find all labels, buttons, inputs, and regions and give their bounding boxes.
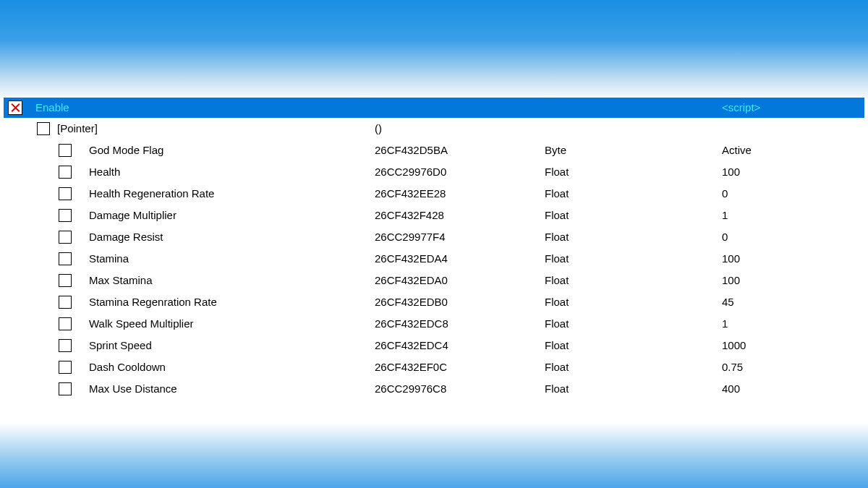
row-value[interactable]: 45 bbox=[722, 291, 864, 313]
row-address[interactable]: 26CF432EDA0 bbox=[375, 270, 545, 291]
table-row[interactable]: Damage Resist26CC29977F4Float0 bbox=[4, 226, 864, 248]
row-value[interactable]: 100 bbox=[722, 161, 864, 183]
pointer-label: [Pointer] bbox=[57, 118, 375, 140]
pointer-address[interactable]: () bbox=[375, 118, 545, 140]
row-description: Dash Cooldown bbox=[89, 356, 375, 378]
checkbox-row[interactable] bbox=[59, 166, 72, 179]
table-row[interactable]: Walk Speed Multiplier26CF432EDC8Float1 bbox=[4, 313, 864, 335]
table-row[interactable]: Dash Cooldown26CF432EF0CFloat0.75 bbox=[4, 356, 864, 378]
row-type[interactable]: Float bbox=[545, 161, 722, 183]
row-type[interactable]: Float bbox=[545, 183, 722, 205]
row-type[interactable]: Float bbox=[545, 270, 722, 291]
header-row-enable[interactable]: Enable <script> bbox=[4, 98, 864, 118]
row-description: Health bbox=[89, 161, 375, 183]
row-description: Health Regeneration Rate bbox=[89, 183, 375, 205]
pointer-row[interactable]: [Pointer] () bbox=[4, 118, 864, 140]
row-type[interactable]: Float bbox=[545, 356, 722, 378]
row-type[interactable]: Float bbox=[545, 205, 722, 226]
table-row[interactable]: Damage Multiplier26CF432F428Float1 bbox=[4, 205, 864, 226]
row-value[interactable]: 100 bbox=[722, 270, 864, 291]
row-description: Stamina bbox=[89, 248, 375, 270]
row-type[interactable]: Float bbox=[545, 313, 722, 335]
top-gradient-banner bbox=[0, 0, 868, 101]
checkbox-row[interactable] bbox=[59, 296, 72, 309]
table-row[interactable]: God Mode Flag26CF432D5BAByteActive bbox=[4, 140, 864, 161]
header-value[interactable]: <script> bbox=[722, 98, 864, 118]
row-value[interactable]: 1000 bbox=[722, 335, 864, 356]
row-type[interactable]: Float bbox=[545, 226, 722, 248]
row-value[interactable]: 0 bbox=[722, 226, 864, 248]
row-address[interactable]: 26CC29977F4 bbox=[375, 226, 545, 248]
row-description: Max Use Distance bbox=[89, 378, 375, 400]
table-row[interactable]: Max Use Distance26CC29976C8Float400 bbox=[4, 378, 864, 400]
checkbox-row[interactable] bbox=[59, 274, 72, 287]
table-row[interactable]: Health26CC29976D0Float100 bbox=[4, 161, 864, 183]
checkbox-row[interactable] bbox=[59, 317, 72, 330]
row-type[interactable]: Float bbox=[545, 378, 722, 400]
row-address[interactable]: 26CF432EDC8 bbox=[375, 313, 545, 335]
row-value[interactable]: Active bbox=[722, 140, 864, 161]
row-value[interactable]: 0.75 bbox=[722, 356, 864, 378]
row-address[interactable]: 26CF432EDC4 bbox=[375, 335, 545, 356]
checkbox-pointer[interactable] bbox=[37, 122, 50, 135]
row-address[interactable]: 26CF432EDA4 bbox=[375, 248, 545, 270]
row-value[interactable]: 1 bbox=[722, 205, 864, 226]
row-address[interactable]: 26CF432F428 bbox=[375, 205, 545, 226]
row-address[interactable]: 26CC29976C8 bbox=[375, 378, 545, 400]
row-type[interactable]: Float bbox=[545, 291, 722, 313]
row-description: Damage Resist bbox=[89, 226, 375, 248]
checkbox-row[interactable] bbox=[59, 187, 72, 200]
cheat-table: Enable <script> [Pointer] () God Mode Fl… bbox=[4, 98, 864, 400]
checkbox-row[interactable] bbox=[59, 144, 72, 157]
table-row[interactable]: Stamina Regenration Rate26CF432EDB0Float… bbox=[4, 291, 864, 313]
row-address[interactable]: 26CC29976D0 bbox=[375, 161, 545, 183]
table-row[interactable]: Health Regeneration Rate26CF432EE28Float… bbox=[4, 183, 864, 205]
table-row[interactable]: Max Stamina26CF432EDA0Float100 bbox=[4, 270, 864, 291]
row-type[interactable]: Float bbox=[545, 335, 722, 356]
row-address[interactable]: 26CF432EDB0 bbox=[375, 291, 545, 313]
row-type[interactable]: Float bbox=[545, 248, 722, 270]
row-description: Walk Speed Multiplier bbox=[89, 313, 375, 335]
row-address[interactable]: 26CF432EE28 bbox=[375, 183, 545, 205]
checkbox-row[interactable] bbox=[59, 382, 72, 395]
table-row[interactable]: Sprint Speed26CF432EDC4Float1000 bbox=[4, 335, 864, 356]
row-description: Stamina Regenration Rate bbox=[89, 291, 375, 313]
bottom-gradient-banner bbox=[0, 423, 868, 488]
row-value[interactable]: 1 bbox=[722, 313, 864, 335]
row-description: Sprint Speed bbox=[89, 335, 375, 356]
checkbox-row[interactable] bbox=[59, 252, 72, 265]
row-description: Max Stamina bbox=[89, 270, 375, 291]
row-type[interactable]: Byte bbox=[545, 140, 722, 161]
checkbox-row[interactable] bbox=[59, 231, 72, 244]
checkbox-row[interactable] bbox=[59, 209, 72, 222]
row-value[interactable]: 0 bbox=[722, 183, 864, 205]
row-description: God Mode Flag bbox=[89, 140, 375, 161]
close-icon[interactable] bbox=[8, 100, 22, 115]
row-description: Damage Multiplier bbox=[89, 205, 375, 226]
checkbox-row[interactable] bbox=[59, 361, 72, 374]
row-address[interactable]: 26CF432D5BA bbox=[375, 140, 545, 161]
checkbox-row[interactable] bbox=[59, 339, 72, 352]
row-value[interactable]: 400 bbox=[722, 378, 864, 400]
row-value[interactable]: 100 bbox=[722, 248, 864, 270]
table-row[interactable]: Stamina26CF432EDA4Float100 bbox=[4, 248, 864, 270]
row-address[interactable]: 26CF432EF0C bbox=[375, 356, 545, 378]
header-label: Enable bbox=[35, 98, 375, 118]
